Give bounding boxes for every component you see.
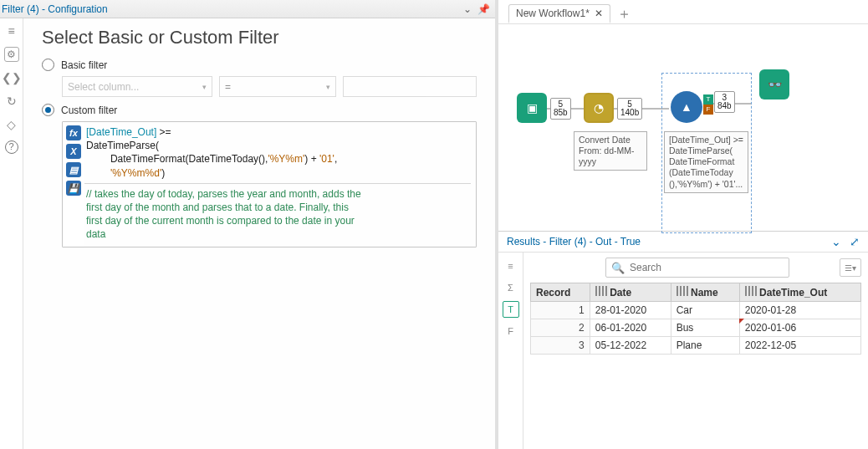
- config-window-title: Filter (4) - Configuration: [2, 3, 108, 15]
- config-title: Select Basic or Custom Filter: [42, 27, 477, 48]
- close-icon[interactable]: ✕: [595, 8, 603, 19]
- value-input[interactable]: [343, 76, 477, 97]
- columns-icon[interactable]: ▤: [66, 162, 81, 177]
- table-row[interactable]: 2 06-01-2020 Bus 2020-01-06: [531, 319, 861, 337]
- datetime-tool-icon[interactable]: ◔: [584, 93, 614, 123]
- operator-dropdown[interactable]: = ▾: [219, 76, 336, 97]
- variable-icon[interactable]: X: [66, 144, 81, 159]
- collapse-icon[interactable]: ⌄: [463, 3, 472, 15]
- chevron-down-icon: ▾: [326, 83, 330, 91]
- code-str3: '%Y%m%d': [110, 167, 161, 179]
- select-column-dropdown[interactable]: Select column... ▾: [62, 76, 212, 97]
- results-menu-button[interactable]: ☰▾: [840, 258, 861, 277]
- add-tab-button[interactable]: ＋: [614, 4, 635, 23]
- results-rail-sum-icon[interactable]: Σ: [503, 279, 519, 296]
- table-row[interactable]: 1 28-01-2020 Car 2020-01-28: [531, 302, 861, 319]
- custom-filter-radio[interactable]: Custom filter: [42, 104, 477, 116]
- filter-tool-icon[interactable]: ▲: [671, 91, 702, 123]
- input-tool-icon[interactable]: ▣: [517, 93, 547, 123]
- col-datetime-out[interactable]: DateTime_Out: [739, 283, 860, 302]
- rail-code-icon[interactable]: ❮❯: [4, 70, 19, 85]
- code-mid: ) +: [304, 153, 319, 165]
- code-op: >=: [156, 126, 171, 138]
- basic-filter-radio[interactable]: Basic filter: [42, 59, 477, 71]
- operator-value: =: [225, 81, 231, 93]
- custom-filter-label: Custom filter: [61, 105, 117, 116]
- search-icon: 🔍: [611, 262, 625, 274]
- code-end: ,: [334, 153, 337, 165]
- results-rail-true-icon[interactable]: T: [503, 301, 519, 318]
- annotation-convert: Convert Date From: dd-MM-yyyy: [574, 131, 647, 171]
- pin-icon[interactable]: 📌: [477, 3, 490, 15]
- results-expand-icon[interactable]: ⌄: [831, 235, 841, 248]
- table-row[interactable]: 3 05-12-2022 Plane 2022-12-05: [531, 337, 861, 355]
- code-bracket: [DateTime_Out]: [86, 126, 156, 138]
- results-rail-false-icon[interactable]: F: [503, 323, 519, 339]
- workflow-tab-label: New Workflow1*: [516, 8, 590, 19]
- true-false-ports: TF: [703, 94, 713, 115]
- rail-refresh-icon[interactable]: ↻: [4, 94, 19, 109]
- browse-tool-icon[interactable]: 👓: [759, 69, 789, 99]
- code-comment: // takes the day of today, parses the ye…: [86, 188, 361, 241]
- code-line3-func: DateTimeFormat(DateTimeToday(),: [110, 153, 268, 165]
- rail-help-icon[interactable]: ?: [5, 140, 18, 154]
- results-table: Record Date Name DateTime_Out 1 28-01-20…: [530, 283, 861, 355]
- results-search-input[interactable]: 🔍: [605, 258, 789, 278]
- select-column-placeholder: Select column...: [68, 81, 139, 93]
- code-line2: DateTimeParse(: [86, 140, 159, 151]
- results-search-field[interactable]: [630, 262, 772, 273]
- code-str2: '01': [319, 153, 334, 165]
- expression-editor[interactable]: [DateTime_Out] >= DateTimeParse( DateTim…: [84, 122, 476, 247]
- code-str1: '%Y%m': [268, 153, 304, 165]
- rail-tag-icon[interactable]: ◇: [4, 117, 19, 132]
- workflow-canvas[interactable]: ▣ 585b ◔ 5140b Convert Date From: dd-MM-…: [498, 23, 868, 231]
- workflow-tab[interactable]: New Workflow1* ✕: [508, 4, 610, 23]
- col-date[interactable]: Date: [590, 283, 671, 302]
- col-record[interactable]: Record: [531, 283, 590, 302]
- badge-filter: 384b: [714, 91, 735, 113]
- chevron-down-icon: ▾: [202, 83, 207, 91]
- badge-input: 585b: [550, 98, 571, 120]
- badge-convert: 5140b: [617, 98, 642, 120]
- results-popout-icon[interactable]: ⤢: [850, 235, 860, 248]
- save-icon[interactable]: 💾: [66, 181, 81, 196]
- fx-icon[interactable]: fx: [66, 125, 81, 140]
- rail-gear-icon[interactable]: ⚙: [4, 47, 19, 62]
- annotation-filter: [DateTime_Out] >= DateTimeParse( DateTim…: [664, 131, 748, 193]
- col-name[interactable]: Name: [671, 283, 739, 302]
- results-title: Results - Filter (4) - Out - True: [507, 236, 641, 247]
- basic-filter-label: Basic filter: [61, 59, 107, 71]
- rail-bars-icon[interactable]: ≡: [4, 23, 19, 38]
- code-end2: ): [161, 167, 165, 179]
- results-rail-rows-icon[interactable]: ≡: [503, 258, 519, 274]
